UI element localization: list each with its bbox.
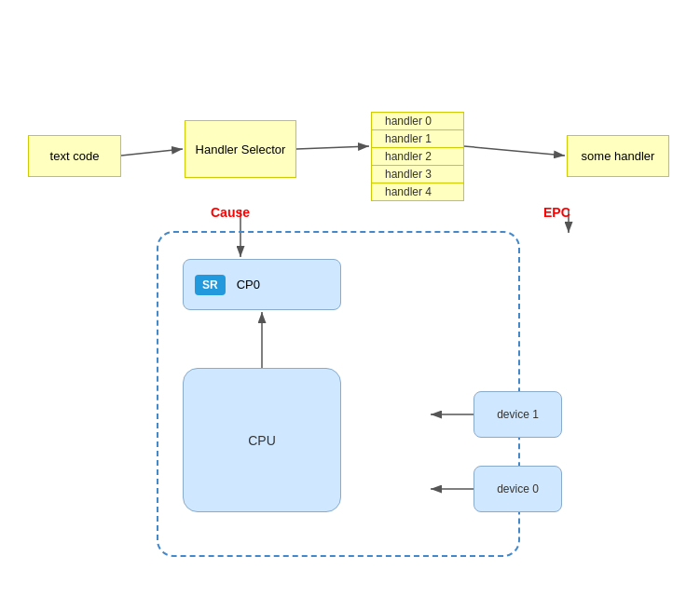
svg-line-2 [296,146,369,149]
epc-label: EPC [543,205,570,220]
text-code-box: text code [28,135,121,177]
handler-item-2: handler 2 [372,148,463,166]
handler-list-box: handler 0 handler 1 handler 2 handler 3 … [371,112,464,201]
handler-item-4: handler 4 [372,183,463,200]
handler-item-3: handler 3 [372,166,463,183]
sr-badge: SR [195,275,226,295]
text-code-label: text code [50,149,100,163]
svg-line-3 [464,146,565,156]
cp0-label: CP0 [237,278,260,292]
handler-item-1: handler 1 [372,130,463,148]
handler-selector-label: Handler Selector [196,142,286,156]
handler-selector-box: Handler Selector [185,120,296,178]
svg-line-1 [121,149,183,156]
device-0-label: device 0 [497,482,539,495]
handler-item-0: handler 0 [372,113,463,130]
device-0-box: device 0 [474,466,562,512]
some-handler-label: some handler [582,149,655,163]
device-1-label: device 1 [497,408,539,421]
cause-label: Cause [211,205,250,220]
cpu-label: CPU [248,433,276,448]
diagram-container: text code Handler Selector handler 0 han… [0,0,700,597]
cp0-box: SR CP0 [183,259,341,310]
device-1-box: device 1 [474,391,562,438]
some-handler-box: some handler [567,135,669,177]
cpu-box: CPU [183,368,341,512]
